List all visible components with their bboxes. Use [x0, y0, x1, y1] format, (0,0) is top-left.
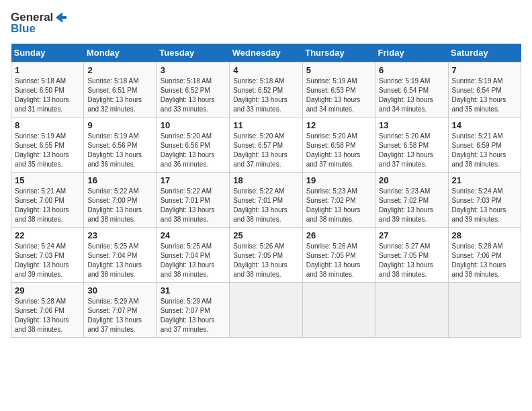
calendar-cell: 21Sunrise: 5:24 AM Sunset: 7:03 PM Dayli…: [448, 172, 521, 227]
calendar-cell: [448, 282, 521, 337]
calendar-cell: 14Sunrise: 5:21 AM Sunset: 6:59 PM Dayli…: [448, 117, 521, 172]
calendar-header-row: SundayMondayTuesdayWednesdayThursdayFrid…: [11, 44, 521, 62]
calendar-cell: 5Sunrise: 5:19 AM Sunset: 6:53 PM Daylig…: [302, 62, 375, 117]
calendar-cell: 3Sunrise: 5:18 AM Sunset: 6:52 PM Daylig…: [157, 62, 229, 117]
day-number: 23: [87, 230, 152, 240]
calendar-cell: 23Sunrise: 5:25 AM Sunset: 7:04 PM Dayli…: [84, 227, 157, 282]
calendar-cell: 1Sunrise: 5:18 AM Sunset: 6:50 PM Daylig…: [11, 62, 84, 117]
calendar-cell: [230, 282, 302, 337]
calendar-row: 1Sunrise: 5:18 AM Sunset: 6:50 PM Daylig…: [11, 62, 521, 117]
day-info: Sunrise: 5:21 AM Sunset: 6:59 PM Dayligh…: [452, 132, 517, 169]
day-number: 30: [87, 285, 152, 295]
calendar-cell: 6Sunrise: 5:19 AM Sunset: 6:54 PM Daylig…: [375, 62, 448, 117]
calendar-cell: 13Sunrise: 5:20 AM Sunset: 6:58 PM Dayli…: [375, 117, 448, 172]
calendar-header-cell: Saturday: [448, 44, 521, 62]
day-info: Sunrise: 5:23 AM Sunset: 7:02 PM Dayligh…: [306, 187, 371, 224]
calendar-table: SundayMondayTuesdayWednesdayThursdayFrid…: [11, 44, 521, 338]
calendar-header-cell: Thursday: [302, 44, 375, 62]
day-info: Sunrise: 5:19 AM Sunset: 6:55 PM Dayligh…: [15, 132, 80, 169]
day-info: Sunrise: 5:20 AM Sunset: 6:58 PM Dayligh…: [379, 132, 444, 169]
day-number: 14: [452, 120, 517, 130]
day-number: 4: [233, 65, 298, 75]
calendar-row: 22Sunrise: 5:24 AM Sunset: 7:03 PM Dayli…: [11, 227, 521, 282]
calendar-header-cell: Sunday: [11, 44, 84, 62]
calendar-header-cell: Wednesday: [230, 44, 302, 62]
day-info: Sunrise: 5:20 AM Sunset: 6:57 PM Dayligh…: [233, 132, 298, 169]
day-info: Sunrise: 5:29 AM Sunset: 7:07 PM Dayligh…: [87, 297, 152, 334]
day-info: Sunrise: 5:24 AM Sunset: 7:03 PM Dayligh…: [452, 187, 517, 224]
calendar-cell: 29Sunrise: 5:28 AM Sunset: 7:06 PM Dayli…: [11, 282, 84, 337]
day-number: 3: [161, 65, 226, 75]
day-number: 26: [306, 230, 371, 240]
day-number: 25: [233, 230, 298, 240]
day-number: 20: [379, 175, 444, 185]
day-info: Sunrise: 5:20 AM Sunset: 6:58 PM Dayligh…: [306, 132, 371, 169]
page-header: General Blue: [11, 11, 521, 36]
day-info: Sunrise: 5:28 AM Sunset: 7:06 PM Dayligh…: [15, 297, 80, 334]
day-number: 29: [15, 285, 80, 295]
day-info: Sunrise: 5:18 AM Sunset: 6:50 PM Dayligh…: [15, 77, 80, 114]
day-number: 8: [15, 120, 80, 130]
calendar-cell: 17Sunrise: 5:22 AM Sunset: 7:01 PM Dayli…: [157, 172, 229, 227]
calendar-cell: 10Sunrise: 5:20 AM Sunset: 6:56 PM Dayli…: [157, 117, 229, 172]
calendar-cell: 9Sunrise: 5:19 AM Sunset: 6:56 PM Daylig…: [84, 117, 157, 172]
day-info: Sunrise: 5:25 AM Sunset: 7:04 PM Dayligh…: [161, 242, 226, 279]
day-number: 5: [306, 65, 371, 75]
day-info: Sunrise: 5:18 AM Sunset: 6:52 PM Dayligh…: [161, 77, 226, 114]
calendar-cell: 26Sunrise: 5:26 AM Sunset: 7:05 PM Dayli…: [302, 227, 375, 282]
day-info: Sunrise: 5:27 AM Sunset: 7:05 PM Dayligh…: [379, 242, 444, 279]
day-number: 7: [452, 65, 517, 75]
day-info: Sunrise: 5:29 AM Sunset: 7:07 PM Dayligh…: [161, 297, 226, 334]
day-info: Sunrise: 5:24 AM Sunset: 7:03 PM Dayligh…: [15, 242, 80, 279]
day-number: 6: [379, 65, 444, 75]
calendar-body: 1Sunrise: 5:18 AM Sunset: 6:50 PM Daylig…: [11, 62, 521, 337]
day-info: Sunrise: 5:23 AM Sunset: 7:02 PM Dayligh…: [379, 187, 444, 224]
day-number: 2: [87, 65, 152, 75]
day-info: Sunrise: 5:26 AM Sunset: 7:05 PM Dayligh…: [306, 242, 371, 279]
calendar-cell: 8Sunrise: 5:19 AM Sunset: 6:55 PM Daylig…: [11, 117, 84, 172]
calendar-cell: 4Sunrise: 5:18 AM Sunset: 6:52 PM Daylig…: [230, 62, 302, 117]
calendar-cell: 31Sunrise: 5:29 AM Sunset: 7:07 PM Dayli…: [157, 282, 229, 337]
day-number: 28: [452, 230, 517, 240]
calendar-cell: 22Sunrise: 5:24 AM Sunset: 7:03 PM Dayli…: [11, 227, 84, 282]
calendar-cell: 25Sunrise: 5:26 AM Sunset: 7:05 PM Dayli…: [230, 227, 302, 282]
day-info: Sunrise: 5:19 AM Sunset: 6:54 PM Dayligh…: [379, 77, 444, 114]
calendar-cell: 28Sunrise: 5:28 AM Sunset: 7:06 PM Dayli…: [448, 227, 521, 282]
calendar-row: 29Sunrise: 5:28 AM Sunset: 7:06 PM Dayli…: [11, 282, 521, 337]
svg-marker-0: [56, 12, 66, 23]
day-number: 16: [87, 175, 152, 185]
calendar-row: 8Sunrise: 5:19 AM Sunset: 6:55 PM Daylig…: [11, 117, 521, 172]
calendar-cell: 16Sunrise: 5:22 AM Sunset: 7:00 PM Dayli…: [84, 172, 157, 227]
calendar-cell: 2Sunrise: 5:18 AM Sunset: 6:51 PM Daylig…: [84, 62, 157, 117]
day-number: 24: [161, 230, 226, 240]
calendar-row: 15Sunrise: 5:21 AM Sunset: 7:00 PM Dayli…: [11, 172, 521, 227]
day-number: 15: [15, 175, 80, 185]
calendar-cell: 24Sunrise: 5:25 AM Sunset: 7:04 PM Dayli…: [157, 227, 229, 282]
day-info: Sunrise: 5:25 AM Sunset: 7:04 PM Dayligh…: [87, 242, 152, 279]
day-number: 11: [233, 120, 298, 130]
calendar-cell: [302, 282, 375, 337]
calendar-cell: 19Sunrise: 5:23 AM Sunset: 7:02 PM Dayli…: [302, 172, 375, 227]
calendar-cell: 15Sunrise: 5:21 AM Sunset: 7:00 PM Dayli…: [11, 172, 84, 227]
logo-container: General Blue: [11, 11, 68, 36]
day-info: Sunrise: 5:19 AM Sunset: 6:53 PM Dayligh…: [306, 77, 371, 114]
day-info: Sunrise: 5:21 AM Sunset: 7:00 PM Dayligh…: [15, 187, 80, 224]
calendar-cell: 30Sunrise: 5:29 AM Sunset: 7:07 PM Dayli…: [84, 282, 157, 337]
calendar-header-cell: Friday: [375, 44, 448, 62]
calendar-cell: 11Sunrise: 5:20 AM Sunset: 6:57 PM Dayli…: [230, 117, 302, 172]
logo: General Blue: [11, 11, 68, 36]
day-info: Sunrise: 5:18 AM Sunset: 6:51 PM Dayligh…: [87, 77, 152, 114]
day-info: Sunrise: 5:19 AM Sunset: 6:54 PM Dayligh…: [452, 77, 517, 114]
day-info: Sunrise: 5:22 AM Sunset: 7:01 PM Dayligh…: [233, 187, 298, 224]
day-number: 21: [452, 175, 517, 185]
calendar-header-cell: Tuesday: [157, 44, 229, 62]
day-number: 1: [15, 65, 80, 75]
day-info: Sunrise: 5:22 AM Sunset: 7:01 PM Dayligh…: [161, 187, 226, 224]
calendar-cell: 12Sunrise: 5:20 AM Sunset: 6:58 PM Dayli…: [302, 117, 375, 172]
day-info: Sunrise: 5:19 AM Sunset: 6:56 PM Dayligh…: [87, 132, 152, 169]
calendar-header-cell: Monday: [84, 44, 157, 62]
logo-blue: Blue: [11, 23, 68, 36]
day-number: 22: [15, 230, 80, 240]
day-number: 17: [161, 175, 226, 185]
day-number: 12: [306, 120, 371, 130]
